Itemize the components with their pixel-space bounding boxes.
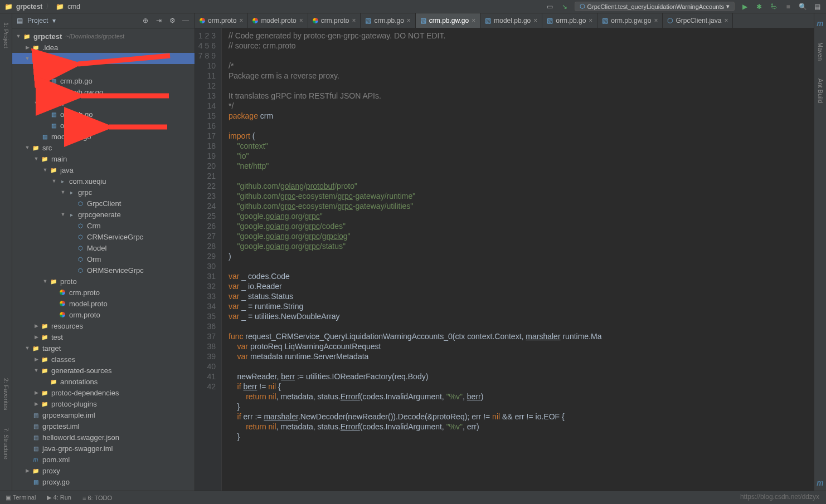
- tree-node[interactable]: ▧crm.pb.go: [12, 75, 195, 86]
- project-tree[interactable]: ▼📁grpctest~/Downloads/grpctest▶📁.idea▼📁c…: [12, 28, 195, 491]
- editor-tabs: orm.proto×model.proto×crm.proto×▧crm.pb.…: [195, 13, 814, 28]
- editor-tab[interactable]: orm.proto×: [195, 13, 248, 28]
- tree-node[interactable]: ▼▸grpc: [12, 187, 195, 198]
- close-icon[interactable]: ×: [533, 17, 537, 25]
- search-icon[interactable]: 🔍: [798, 2, 807, 11]
- tree-node[interactable]: ▼▸grpcgenerate: [12, 209, 195, 220]
- hammer-icon[interactable]: ↘: [560, 2, 569, 11]
- tree-node[interactable]: ▶📁protoc-dependencies: [12, 387, 195, 398]
- tree-node[interactable]: ▼📁java: [12, 164, 195, 175]
- run-config-label: GrpcClient.test_queryLiquidationWarningA…: [587, 3, 724, 10]
- tree-node[interactable]: model.proto: [12, 298, 195, 309]
- editor-tab[interactable]: ▧crm.pb.gw.go×: [416, 13, 480, 28]
- tree-node[interactable]: ▧java-grpc-swagger.iml: [12, 443, 195, 454]
- line-gutter: 1 2 3 4 5 6 7 8 9 10 11 12 13 14 15 16 1…: [195, 28, 222, 491]
- tree-node[interactable]: ▼📁orm: [12, 97, 195, 109]
- close-icon[interactable]: ×: [654, 17, 658, 25]
- build-icon[interactable]: ▭: [546, 2, 555, 11]
- tree-node[interactable]: orm.proto: [12, 309, 195, 320]
- tree-node[interactable]: ⬡CRMServiceGrpc: [12, 231, 195, 242]
- tree-node[interactable]: ▼📁proto: [12, 276, 195, 287]
- hide-icon[interactable]: —: [181, 16, 190, 25]
- coverage-icon[interactable]: ⮱: [769, 2, 778, 11]
- tree-node[interactable]: ⬡Crm: [12, 220, 195, 231]
- tree-node[interactable]: ▶📁test: [12, 331, 195, 342]
- run-button[interactable]: ▶ 4: Run: [47, 494, 71, 501]
- tree-node[interactable]: ▶📁proxy: [12, 465, 195, 476]
- tree-node[interactable]: ▧crm.pb.gw.go: [12, 86, 195, 97]
- debug-icon[interactable]: ✱: [755, 2, 764, 11]
- gear-icon[interactable]: ⚙: [168, 16, 177, 25]
- tree-node[interactable]: ▼📁generated-sources: [12, 365, 195, 376]
- tree-node[interactable]: ▧orm.pb.gw.go: [12, 120, 195, 131]
- tree-node[interactable]: ⬡Model: [12, 242, 195, 253]
- tree-root[interactable]: ▼📁grpctest~/Downloads/grpctest: [12, 31, 195, 42]
- editor-tab[interactable]: ▧orm.pb.go×: [542, 13, 597, 28]
- tree-node[interactable]: ▼📁crm: [12, 64, 195, 75]
- tree-node[interactable]: ▶📁protoc-plugins: [12, 398, 195, 409]
- left-tool-gutter: 1: Project 2: Favorites 7: Structure: [0, 13, 12, 491]
- tree-node[interactable]: ▼📁target: [12, 342, 195, 354]
- terminal-button[interactable]: ▣ Terminal: [6, 494, 36, 501]
- editor-tab[interactable]: model.proto×: [248, 13, 308, 28]
- tree-node[interactable]: ▼📁main: [12, 153, 195, 164]
- tree-node[interactable]: ⬡ORMServiceGrpc: [12, 265, 195, 276]
- tree-node[interactable]: 📁annotations: [12, 376, 195, 387]
- tree-node[interactable]: ▧orm.pb.go: [12, 109, 195, 120]
- editor-tab[interactable]: ▧orm.pb.gw.go×: [597, 13, 663, 28]
- tree-node[interactable]: ▶📁classes: [12, 354, 195, 365]
- code-area[interactable]: // Code generated by protoc-gen-grpc-gat…: [222, 28, 814, 491]
- editor-tab[interactable]: crm.proto×: [308, 13, 361, 28]
- favorites-tool-button[interactable]: 2: Favorites: [3, 375, 9, 413]
- close-icon[interactable]: ×: [407, 17, 411, 25]
- run-config-dropdown[interactable]: ⬡ GrpcClient.test_queryLiquidationWarnin…: [575, 2, 735, 11]
- breadcrumb-root[interactable]: grpctest: [16, 3, 42, 11]
- project-combo-icon: ▤: [17, 17, 23, 25]
- close-icon[interactable]: ×: [589, 17, 592, 25]
- close-icon[interactable]: ×: [472, 17, 475, 25]
- bottom-toolbar: ▣ Terminal ▶ 4: Run ≡ 6: TODO: [0, 491, 826, 504]
- breadcrumb: 📁 grpctest 〉 📁 cmd: [4, 2, 80, 11]
- folder-icon: 📁: [4, 3, 13, 11]
- breadcrumb-item[interactable]: cmd: [67, 3, 80, 11]
- maven-m-icon: m: [817, 19, 823, 28]
- editor-tab[interactable]: ⬡GrpcClient.java×: [663, 13, 733, 28]
- tree-node[interactable]: crm.proto: [12, 287, 195, 298]
- layers-icon[interactable]: ▤: [813, 2, 822, 11]
- tree-node[interactable]: ▼📁src: [12, 142, 195, 153]
- right-tool-gutter: m Maven Ant Build m: [814, 13, 826, 491]
- locate-icon[interactable]: ⊕: [141, 16, 150, 25]
- tree-node[interactable]: ▧model.pb.go: [12, 131, 195, 142]
- close-icon[interactable]: ×: [239, 17, 243, 25]
- project-panel-title[interactable]: Project: [27, 17, 48, 25]
- todo-button[interactable]: ≡ 6: TODO: [82, 495, 112, 501]
- project-sidebar: ▤ Project ▾ ⊕ ⇥ ⚙ — ▼📁grpctest~/Download…: [12, 13, 195, 491]
- close-icon[interactable]: ×: [352, 17, 356, 25]
- tree-node[interactable]: ▧helloworld.swagger.json: [12, 432, 195, 443]
- editor-tab[interactable]: ▧crm.pb.go×: [361, 13, 415, 28]
- tree-node[interactable]: ▧proxy.go: [12, 476, 195, 487]
- tree-node[interactable]: ▶📁resources: [12, 320, 195, 331]
- chevron-down-icon[interactable]: ▾: [52, 17, 56, 25]
- tree-node[interactable]: ▼📁cmd: [12, 53, 195, 64]
- ant-tool-button[interactable]: Ant Build: [817, 75, 824, 106]
- tree-node[interactable]: ⬡GrpcClient: [12, 198, 195, 209]
- tree-node[interactable]: mpom.xml: [12, 454, 195, 465]
- tree-node[interactable]: ▧grpctest.iml: [12, 420, 195, 432]
- run-icon[interactable]: ▶: [740, 2, 749, 11]
- structure-tool-button[interactable]: 7: Structure: [3, 424, 9, 463]
- tree-node[interactable]: ⬡Orm: [12, 253, 195, 265]
- tree-node[interactable]: ▶⫴External Libraries: [12, 487, 195, 491]
- close-icon[interactable]: ×: [299, 17, 303, 25]
- project-tool-button[interactable]: 1: Project: [3, 19, 9, 51]
- tree-node[interactable]: ▶📁.idea: [12, 42, 195, 53]
- maven-tool-button[interactable]: Maven: [817, 39, 824, 64]
- close-icon[interactable]: ×: [724, 17, 728, 25]
- code-editor[interactable]: 1 2 3 4 5 6 7 8 9 10 11 12 13 14 15 16 1…: [195, 28, 814, 491]
- collapse-icon[interactable]: ⇥: [154, 16, 163, 25]
- editor-tab[interactable]: ▧model.pb.go×: [480, 13, 542, 28]
- tree-node[interactable]: ▼▸com.xueqiu: [12, 175, 195, 187]
- top-toolbar: 📁 grpctest 〉 📁 cmd ▭ ↘ ⬡ GrpcClient.test…: [0, 0, 826, 13]
- tree-node[interactable]: ▧grpcexample.iml: [12, 409, 195, 420]
- stop-icon[interactable]: ■: [784, 2, 793, 11]
